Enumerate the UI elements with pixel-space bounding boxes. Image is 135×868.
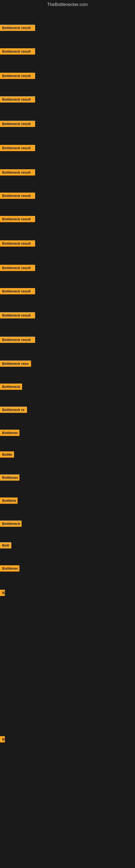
bottleneck-result-item[interactable]: Bottleneck [0, 383, 22, 391]
bottleneck-badge[interactable]: Bottleneck result [0, 145, 35, 151]
bottleneck-badge[interactable]: Bottleneck re [0, 407, 27, 413]
bottleneck-result-item[interactable]: Bottleneck result [0, 73, 35, 80]
bottleneck-result-item[interactable]: Bottleneck result [0, 121, 35, 128]
bottleneck-result-item[interactable]: Bottleneck result [0, 48, 35, 56]
bottleneck-result-item[interactable]: B [0, 590, 5, 597]
bottleneck-badge[interactable]: Bottlenec [0, 430, 19, 436]
bottleneck-result-item[interactable]: Bottlenec [0, 474, 19, 482]
bottleneck-result-item[interactable]: Bottleneck result [0, 193, 35, 200]
bottleneck-badge[interactable]: Bottleneck result [0, 337, 35, 343]
bottleneck-result-item[interactable]: Bottlenec [0, 565, 19, 572]
bottleneck-badge[interactable]: Bottleneck result [0, 288, 35, 294]
bottleneck-result-item[interactable]: Bottleneck result [0, 337, 35, 344]
bottleneck-result-item[interactable]: Bott [0, 542, 11, 550]
bottleneck-badge[interactable]: Bottleneck [0, 383, 22, 390]
bottleneck-result-item[interactable]: Bottlenec [0, 430, 19, 437]
bottleneck-result-item[interactable]: Bottleneck result [0, 265, 35, 272]
bottleneck-result-item[interactable]: Bottleneck result [0, 169, 35, 177]
bottleneck-result-item[interactable]: Bottleneck resu [0, 361, 31, 368]
site-title: TheBottlenecker.com [0, 0, 135, 9]
bottleneck-badge[interactable]: Bottleneck result [0, 240, 35, 247]
bottleneck-badge[interactable]: Bottleneck result [0, 48, 35, 55]
bottleneck-result-item[interactable]: Bottleneck result [0, 312, 35, 319]
bottleneck-result-item[interactable]: B [0, 736, 5, 744]
bottleneck-badge[interactable]: Bottleneck result [0, 216, 35, 222]
bottleneck-result-item[interactable]: Bottleneck re [0, 407, 27, 414]
bottleneck-result-item[interactable]: Bottleneck result [0, 145, 35, 152]
bottleneck-result-item[interactable]: Bottleneck result [0, 96, 35, 104]
bottleneck-badge[interactable]: Bottleneck result [0, 193, 35, 199]
bottleneck-badge[interactable]: B [0, 590, 5, 596]
bottleneck-result-item[interactable]: Bottleneck result [0, 216, 35, 223]
bottleneck-badge[interactable]: Bottlenec [0, 474, 19, 480]
bottleneck-badge[interactable]: Bottleneck result [0, 96, 35, 102]
bottleneck-badge[interactable]: Bottlenec [0, 565, 19, 571]
bottleneck-result-item[interactable]: Bottleneck result [0, 288, 35, 296]
bottleneck-badge[interactable]: Bottleneck result [0, 73, 35, 79]
bottleneck-result-item[interactable]: Bottle [0, 452, 14, 459]
bottleneck-badge[interactable]: Bottleneck result [0, 265, 35, 271]
bottleneck-badge[interactable]: Bottleneck resu [0, 361, 31, 367]
bottleneck-badge[interactable]: Bottlene [0, 497, 17, 504]
bottleneck-badge[interactable]: Bottle [0, 452, 14, 458]
bottleneck-badge[interactable]: Bottleneck result [0, 312, 35, 318]
bottleneck-result-item[interactable]: Bottlene [0, 497, 17, 505]
bottleneck-result-item[interactable]: Bottleneck [0, 521, 21, 528]
bottleneck-result-item[interactable]: Bottleneck result [0, 240, 35, 248]
bottleneck-badge[interactable]: B [0, 736, 5, 742]
bottleneck-badge[interactable]: Bottleneck result [0, 25, 35, 31]
bottleneck-badge[interactable]: Bottleneck result [0, 169, 35, 176]
bottleneck-result-item[interactable]: Bottleneck result [0, 25, 35, 32]
bottleneck-badge[interactable]: Bottleneck [0, 521, 21, 527]
bottleneck-badge[interactable]: Bott [0, 542, 11, 549]
bottleneck-badge[interactable]: Bottleneck result [0, 121, 35, 127]
